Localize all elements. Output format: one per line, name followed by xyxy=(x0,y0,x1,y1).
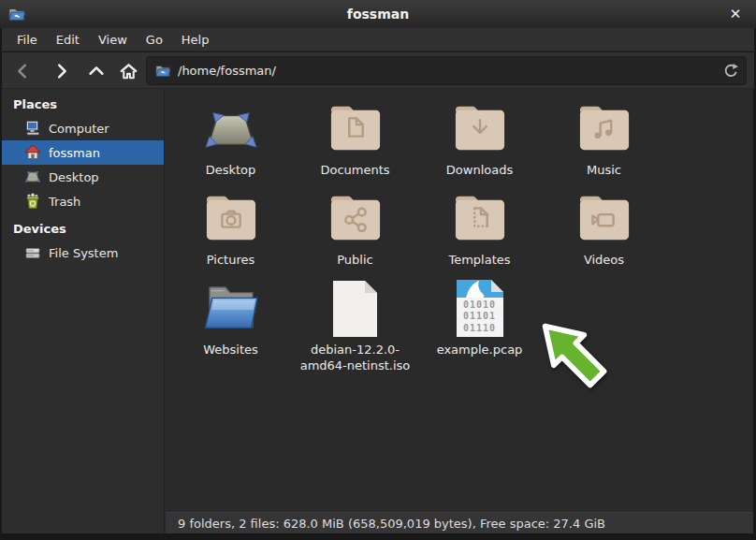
sidebar-item-label: Trash xyxy=(49,195,80,209)
file-label: Templates xyxy=(448,253,510,269)
menu-item-view[interactable]: View xyxy=(89,30,137,50)
file-label: example.pcap xyxy=(437,343,523,358)
file-item-music[interactable]: Music xyxy=(542,101,666,179)
path-bar[interactable]: /home/fossman/ xyxy=(146,56,747,85)
menu-item-go[interactable]: Go xyxy=(137,30,172,50)
sidebar-item-trash[interactable]: Trash xyxy=(2,189,164,213)
menubar: FileEditViewGoHelp xyxy=(2,28,754,51)
iso-file-icon xyxy=(333,281,377,337)
file-label: Pictures xyxy=(207,253,254,269)
pcap-binary-line: 01101 xyxy=(457,311,503,323)
file-label: Downloads xyxy=(446,163,513,179)
file-icon-box xyxy=(575,191,633,247)
file-label: Documents xyxy=(320,163,389,179)
pcap-binary-line: 01110 xyxy=(457,323,503,335)
file-icon-box xyxy=(333,281,377,337)
pcap-binary-line: 01010 xyxy=(457,299,503,312)
desktop-icon xyxy=(202,107,260,157)
folder-icon xyxy=(327,101,385,157)
file-item-public[interactable]: Public xyxy=(293,191,417,269)
folder-icon xyxy=(575,191,633,247)
file-item-desktop[interactable]: Desktop xyxy=(168,101,293,179)
path-folder-icon xyxy=(155,64,171,78)
file-icon-box xyxy=(202,281,260,337)
menu-item-file[interactable]: File xyxy=(7,30,47,50)
menu-item-edit[interactable]: Edit xyxy=(47,30,89,50)
sidebar-header-devices: Devices xyxy=(2,213,164,241)
file-item-templates[interactable]: Templates xyxy=(417,191,542,269)
sidebar-item-label: File System xyxy=(49,246,118,260)
file-label: Websites xyxy=(203,343,258,358)
file-label: Public xyxy=(337,253,372,269)
path-input[interactable]: /home/fossman/ xyxy=(178,64,719,78)
file-label: debian-12.2.0-amd64-netinst.iso xyxy=(298,343,414,374)
home-icon[interactable] xyxy=(114,58,142,84)
up-icon[interactable] xyxy=(82,58,110,84)
close-icon[interactable]: ✕ xyxy=(724,3,747,25)
file-item-downloads[interactable]: Downloads xyxy=(417,101,542,179)
file-item-example-pcap[interactable]: 010100110101110example.pcap xyxy=(417,281,542,374)
file-icon-box xyxy=(575,101,633,157)
sidebar-item-file-system[interactable]: File System xyxy=(2,241,164,265)
file-item-documents[interactable]: Documents xyxy=(293,101,417,179)
sidebar-item-label: Computer xyxy=(49,122,109,136)
refresh-icon[interactable] xyxy=(719,59,743,83)
home-icon xyxy=(24,144,41,161)
sidebar-header-places: Places xyxy=(2,89,164,116)
file-icon-box xyxy=(451,191,509,247)
file-icon-box: 010100110101110 xyxy=(457,281,503,337)
file-icon-box xyxy=(451,101,509,157)
sidebar-item-fossman[interactable]: fossman xyxy=(2,140,164,165)
back-icon[interactable] xyxy=(9,58,37,84)
file-view: DesktopDocumentsDownloadsMusicPicturesPu… xyxy=(166,89,753,512)
status-text: 9 folders, 2 files: 628.0 MiB (658,509,0… xyxy=(166,517,605,531)
sidebar-item-label: Desktop xyxy=(49,170,99,184)
pcap-file-icon: 010100110101110 xyxy=(457,280,503,337)
file-grid: DesktopDocumentsDownloadsMusicPicturesPu… xyxy=(166,89,753,374)
file-label: Desktop xyxy=(206,163,256,179)
drive-icon xyxy=(24,244,41,261)
folder-icon xyxy=(451,191,509,247)
file-item-pictures[interactable]: Pictures xyxy=(168,191,293,269)
file-label: Music xyxy=(587,163,621,179)
sidebar-item-label: fossman xyxy=(49,146,100,160)
status-bar: 9 folders, 2 files: 628.0 MiB (658,509,0… xyxy=(166,512,753,533)
file-item-videos[interactable]: Videos xyxy=(542,191,666,269)
file-item-debian-12-2-0-amd64-netinst-iso[interactable]: debian-12.2.0-amd64-netinst.iso xyxy=(293,281,417,374)
blue-folder-icon xyxy=(202,283,260,337)
window-title: fossman xyxy=(0,0,756,28)
file-manager-window: fossman ✕ FileEditViewGoHelp xyxy=(0,0,756,540)
file-item-websites[interactable]: Websites xyxy=(168,281,293,374)
titlebar: fossman ✕ xyxy=(0,0,756,28)
file-icon-box xyxy=(202,191,260,247)
forward-icon[interactable] xyxy=(47,58,75,84)
sidebar-item-computer[interactable]: Computer xyxy=(2,116,164,140)
sidebar: PlacesComputerfossmanDesktopTrashDevices… xyxy=(2,89,165,533)
file-label: Videos xyxy=(584,253,624,269)
file-icon-box xyxy=(327,191,385,247)
menu-item-help[interactable]: Help xyxy=(172,30,219,50)
trash-icon xyxy=(24,193,41,210)
folder-icon xyxy=(575,101,633,157)
green-arrow-cursor xyxy=(541,322,610,391)
folder-icon xyxy=(327,191,385,247)
content-area: PlacesComputerfossmanDesktopTrashDevices… xyxy=(2,89,753,533)
computer-icon xyxy=(24,120,41,137)
toolbar: /home/fossman/ xyxy=(2,52,754,89)
sidebar-item-desktop[interactable]: Desktop xyxy=(2,165,164,189)
desktop-icon xyxy=(24,168,41,185)
file-icon-box xyxy=(327,101,385,157)
folder-icon xyxy=(451,101,509,157)
file-icon-box xyxy=(202,101,260,157)
folder-icon xyxy=(202,191,260,247)
